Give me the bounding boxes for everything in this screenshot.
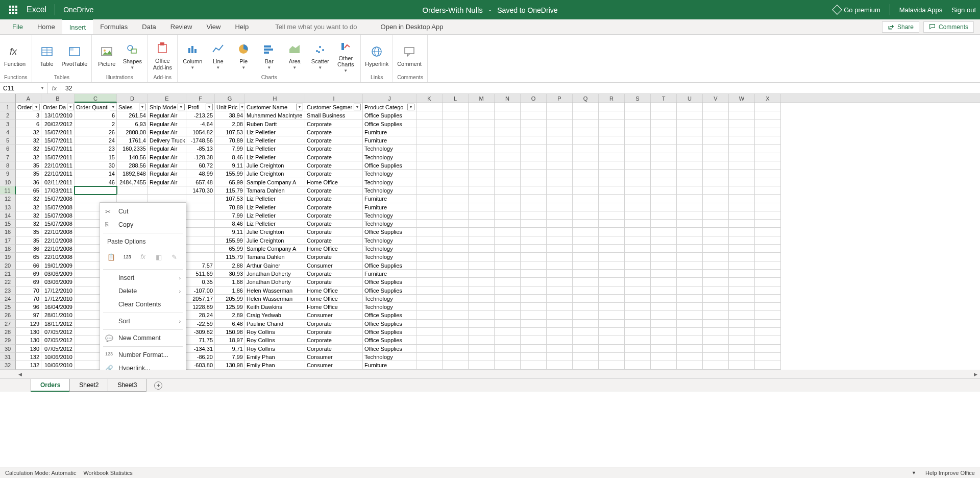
- cell[interactable]: [703, 353, 729, 361]
- cell[interactable]: [755, 153, 781, 161]
- cell[interactable]: -4,64: [186, 120, 215, 128]
- cell[interactable]: [416, 361, 443, 369]
- column-header[interactable]: S: [625, 94, 651, 103]
- cell[interactable]: [703, 361, 729, 369]
- cell[interactable]: Small Business: [305, 111, 363, 119]
- cell[interactable]: Muhammed MacIntyre: [245, 111, 305, 119]
- cell[interactable]: [573, 136, 599, 145]
- cell[interactable]: [677, 295, 703, 303]
- cell[interactable]: [677, 286, 703, 295]
- cell[interactable]: [443, 353, 469, 361]
- cell[interactable]: [521, 278, 547, 286]
- cell[interactable]: [677, 303, 703, 311]
- cell[interactable]: [755, 278, 781, 286]
- cell[interactable]: [521, 161, 547, 170]
- cell[interactable]: Profi▼: [186, 103, 215, 111]
- tab-insert[interactable]: Insert: [62, 19, 93, 34]
- cell[interactable]: [495, 236, 521, 245]
- cell[interactable]: [677, 320, 703, 328]
- cell[interactable]: Corporate: [305, 328, 363, 336]
- cell[interactable]: 07/05/2012: [41, 345, 75, 353]
- cell[interactable]: [443, 270, 469, 278]
- cell[interactable]: [416, 236, 443, 245]
- cell[interactable]: [547, 311, 573, 319]
- cell[interactable]: 65,99: [215, 178, 245, 186]
- cell[interactable]: [573, 220, 599, 228]
- cell[interactable]: [703, 303, 729, 311]
- cell[interactable]: [625, 261, 651, 270]
- cell[interactable]: -1748,56: [186, 136, 215, 145]
- row-header[interactable]: 1: [0, 103, 16, 111]
- cell[interactable]: [521, 311, 547, 319]
- cell[interactable]: Corporate: [305, 136, 363, 145]
- cell[interactable]: [703, 170, 729, 178]
- cell[interactable]: 22/10/2008: [41, 253, 75, 261]
- cell[interactable]: [186, 203, 215, 211]
- cell[interactable]: 1228,89: [186, 303, 215, 311]
- cell[interactable]: Office Supplies: [363, 278, 416, 286]
- cell[interactable]: [469, 361, 495, 369]
- cell[interactable]: 107,53: [215, 128, 245, 136]
- column-header[interactable]: C: [75, 94, 117, 103]
- cell[interactable]: [703, 311, 729, 319]
- cell[interactable]: [495, 128, 521, 136]
- cell[interactable]: [521, 136, 547, 145]
- cell[interactable]: [469, 320, 495, 328]
- cell[interactable]: [677, 128, 703, 136]
- tab-data[interactable]: Data: [135, 19, 163, 34]
- cell[interactable]: [599, 278, 625, 286]
- cell[interactable]: 15/07/2011: [41, 136, 75, 145]
- cell[interactable]: [547, 128, 573, 136]
- cell[interactable]: [599, 178, 625, 186]
- cell[interactable]: 9,71: [215, 345, 245, 353]
- cell[interactable]: -134,31: [186, 345, 215, 353]
- cell[interactable]: [573, 361, 599, 369]
- cell[interactable]: [495, 103, 521, 111]
- cell[interactable]: [495, 320, 521, 328]
- open-desktop-button[interactable]: Open in Desktop App: [374, 19, 451, 34]
- column-header[interactable]: U: [677, 94, 703, 103]
- cell[interactable]: Corporate: [305, 320, 363, 328]
- cell[interactable]: [443, 245, 469, 253]
- cell[interactable]: 03/06/2009: [41, 278, 75, 286]
- cell[interactable]: [443, 120, 469, 128]
- cell[interactable]: [547, 320, 573, 328]
- cell[interactable]: [599, 336, 625, 344]
- cell[interactable]: Technology: [363, 145, 416, 153]
- cell[interactable]: [729, 220, 755, 228]
- cell[interactable]: [416, 111, 443, 119]
- cell[interactable]: Technology: [363, 245, 416, 253]
- cell[interactable]: [729, 120, 755, 128]
- cell[interactable]: Corporate: [305, 278, 363, 286]
- column-header[interactable]: Q: [573, 94, 599, 103]
- tab-help[interactable]: Help: [228, 19, 256, 34]
- cell[interactable]: Roy Collins: [245, 345, 305, 353]
- cell[interactable]: [469, 145, 495, 153]
- cell[interactable]: [521, 170, 547, 178]
- cell[interactable]: Technology: [363, 295, 416, 303]
- cell[interactable]: 15/07/2011: [41, 153, 75, 161]
- column-header[interactable]: X: [755, 94, 781, 103]
- cell[interactable]: 150,98: [215, 328, 245, 336]
- cell[interactable]: Technology: [363, 153, 416, 161]
- cell[interactable]: [573, 236, 599, 245]
- fx-icon[interactable]: fx: [48, 83, 61, 93]
- cell[interactable]: Furniture: [363, 136, 416, 145]
- cell[interactable]: [573, 178, 599, 186]
- cell[interactable]: [547, 103, 573, 111]
- cell[interactable]: [573, 170, 599, 178]
- cell[interactable]: [495, 145, 521, 153]
- cell[interactable]: 32: [16, 153, 41, 161]
- cell[interactable]: [651, 270, 677, 278]
- new-comment-menu-item[interactable]: 💬New Comment: [100, 331, 186, 345]
- sort-menu-item[interactable]: Sort›: [100, 315, 186, 328]
- cell[interactable]: -107,00: [186, 286, 215, 295]
- cell[interactable]: 9,11: [215, 228, 245, 236]
- cell[interactable]: [521, 120, 547, 128]
- cell[interactable]: [547, 220, 573, 228]
- cell[interactable]: [547, 353, 573, 361]
- cell[interactable]: Roy Collins: [245, 336, 305, 344]
- cell[interactable]: [599, 295, 625, 303]
- cell[interactable]: [703, 336, 729, 344]
- cell[interactable]: Furniture: [363, 203, 416, 211]
